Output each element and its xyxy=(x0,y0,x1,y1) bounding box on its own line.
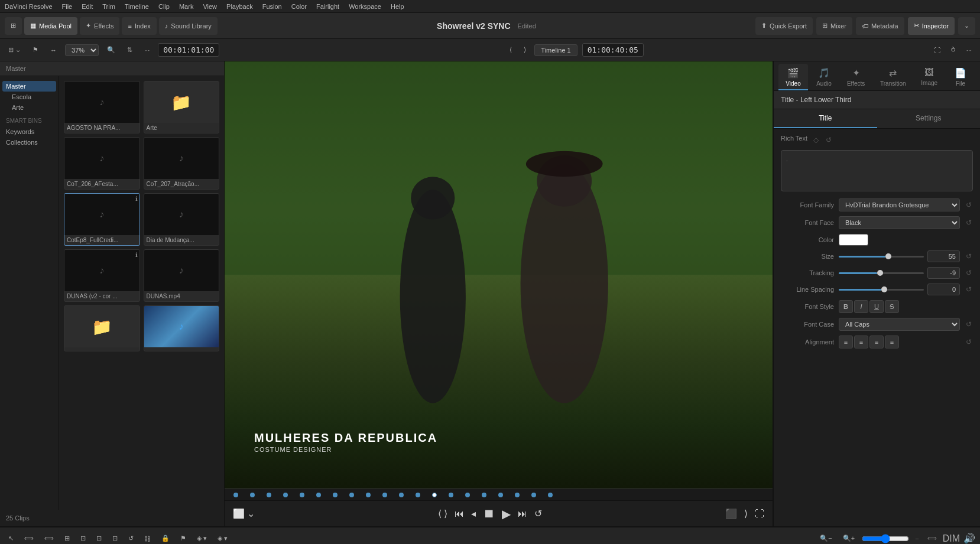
zoom-out-tl[interactable]: 🔍− xyxy=(816,533,835,544)
loop-btn[interactable]: ⥁ xyxy=(947,44,959,56)
inspector-tab-transition[interactable]: ⇄ Transition xyxy=(873,64,913,90)
workspace-btn[interactable]: ⊞ xyxy=(5,17,22,35)
size-slider-thumb[interactable] xyxy=(885,253,891,259)
quick-export-btn[interactable]: ⬆ Quick Export xyxy=(755,17,813,35)
menu-playback[interactable]: Playback xyxy=(226,3,253,10)
tracking-slider-thumb[interactable] xyxy=(877,270,883,276)
index-btn[interactable]: ≡ Index xyxy=(122,17,156,35)
media-clip-agosto[interactable]: ♪ AGOSTO NA PRA... xyxy=(64,81,140,133)
align-justify-btn[interactable]: ≡ xyxy=(885,335,899,348)
play-back-btn[interactable]: ◂ xyxy=(469,506,478,522)
underline-btn[interactable]: U xyxy=(869,300,884,313)
smart-bin-collections[interactable]: Collections xyxy=(2,137,56,148)
size-input[interactable]: 55 xyxy=(927,250,960,262)
stop-btn[interactable]: ⏹ xyxy=(481,504,497,523)
menu-timeline[interactable]: Timeline xyxy=(125,3,149,10)
next-frame-ctrl[interactable]: ⟩ xyxy=(742,506,750,522)
folder-arte[interactable]: Arte xyxy=(2,102,56,113)
dim-btn[interactable]: DIM xyxy=(943,533,960,544)
skip-back-btn[interactable]: ⏮ xyxy=(452,506,466,522)
media-folder-arte[interactable]: 📁 Arte xyxy=(144,81,220,133)
slip-tool[interactable]: ⊡ xyxy=(77,533,89,544)
tracking-input[interactable]: -9 xyxy=(927,267,960,279)
lock-btn[interactable]: 🔒 xyxy=(158,533,173,544)
line-spacing-slider-thumb[interactable] xyxy=(881,286,887,292)
menu-view[interactable]: View xyxy=(203,3,217,10)
media-clip-cotep8[interactable]: ♪ ℹ CotEp8_FullCredi... xyxy=(64,193,140,246)
ripple-btn[interactable]: ↔ xyxy=(47,45,60,56)
inspector-tab-file[interactable]: 📄 File xyxy=(946,64,975,90)
expand-btn[interactable]: ⌄ xyxy=(958,17,975,35)
zoom-select[interactable]: 37% xyxy=(65,44,99,56)
next-frame-btn[interactable]: ⟩ xyxy=(520,44,530,56)
media-clip-cot207[interactable]: ♪ CoT_207_Atração... xyxy=(144,137,220,190)
menu-edit[interactable]: Edit xyxy=(82,3,93,10)
media-clip-blue[interactable]: ♪ xyxy=(144,305,220,351)
dynamic-trim-tool[interactable]: ⟺ xyxy=(41,533,57,544)
timeline-zoom-slider[interactable] xyxy=(862,534,909,543)
inspector-tab-video[interactable]: 🎬 Video xyxy=(778,64,808,90)
zoom-in-tl[interactable]: 🔍+ xyxy=(839,533,858,544)
strikethrough-btn[interactable]: S xyxy=(885,300,899,313)
inspector-btn[interactable]: ✂ Inspector xyxy=(908,17,955,35)
line-spacing-reset[interactable]: ↺ xyxy=(965,284,973,295)
menu-davinci[interactable]: DaVinci Resolve xyxy=(5,3,53,10)
timeline-name[interactable]: Timeline 1 xyxy=(534,44,577,56)
align-left-btn[interactable]: ≡ xyxy=(839,335,853,348)
blade-tool[interactable]: ⊞ xyxy=(61,533,73,544)
font-face-reset[interactable]: ↺ xyxy=(965,217,973,228)
align-right-btn[interactable]: ≡ xyxy=(869,335,884,348)
menu-fairlight[interactable]: Fairlight xyxy=(316,3,339,10)
mixer-btn[interactable]: ⊞ Mixer xyxy=(816,17,852,35)
media-clip-dunas-mp4[interactable]: ♪ DUNAS.mp4 xyxy=(144,249,220,302)
richtext-reset-btn[interactable]: ↺ xyxy=(825,135,833,145)
menu-mark[interactable]: Mark xyxy=(179,3,193,10)
media-folder-empty[interactable]: 📁 xyxy=(64,305,140,351)
metadata-btn[interactable]: 🏷 Metadata xyxy=(856,17,904,35)
trim-tool[interactable]: ⟺ xyxy=(21,533,37,544)
preview-area[interactable]: MULHERES DA REPUBLICA COSTUME DESIGNER xyxy=(225,61,773,488)
tracking-slider[interactable] xyxy=(839,272,924,274)
sort-btn[interactable]: ⇅ xyxy=(124,44,136,56)
richtext-area[interactable]: . xyxy=(781,150,973,191)
align-center-btn[interactable]: ≡ xyxy=(854,335,868,348)
snap-btn[interactable]: ↺ xyxy=(125,533,137,544)
viewer-type-btn[interactable]: ⬜ ⌄ xyxy=(231,506,257,522)
play-btn[interactable]: ▶ xyxy=(499,504,513,523)
richtext-keyframe-btn[interactable]: ◇ xyxy=(812,135,820,145)
layout-btn[interactable]: ⊞ ⌄ xyxy=(5,44,24,56)
clip-marker-btn[interactable]: ◈ ▾ xyxy=(214,533,231,544)
italic-btn[interactable]: I xyxy=(854,300,868,313)
font-case-select[interactable]: All Caps xyxy=(839,318,960,331)
link-btn[interactable]: ⛓ xyxy=(141,533,154,544)
line-spacing-slider[interactable] xyxy=(839,289,924,291)
smart-bin-keywords[interactable]: Keywords xyxy=(2,126,56,137)
loop-btn-ctrl[interactable]: ↺ xyxy=(532,506,544,522)
effects-btn[interactable]: ✦ Effects xyxy=(80,17,119,35)
more-btn[interactable]: ··· xyxy=(141,45,153,56)
size-slider[interactable] xyxy=(839,256,924,258)
menu-color[interactable]: Color xyxy=(291,3,307,10)
inspector-tab-image[interactable]: 🖼 Image xyxy=(914,64,945,90)
select-tool[interactable]: ↖ xyxy=(5,533,17,544)
flag-btn[interactable]: ⚑ xyxy=(29,44,42,56)
media-clip-diamudanca[interactable]: ♪ Dia de Mudança... xyxy=(144,193,220,246)
font-case-reset[interactable]: ↺ xyxy=(965,319,973,330)
font-face-select[interactable]: Black xyxy=(839,216,960,229)
fullscreen-btn[interactable]: ⛶ xyxy=(930,45,944,56)
tracking-reset[interactable]: ↺ xyxy=(965,268,973,278)
alignment-reset[interactable]: ↺ xyxy=(965,337,973,347)
inspector-tab-effects[interactable]: ✦ Effects xyxy=(840,64,872,90)
folder-master[interactable]: Master xyxy=(2,81,56,92)
menu-workspace[interactable]: Workspace xyxy=(349,3,381,10)
inspector-tab-audio[interactable]: 🎵 Audio xyxy=(809,64,839,90)
menu-clip[interactable]: Clip xyxy=(158,3,170,10)
line-spacing-input[interactable]: 0 xyxy=(927,284,960,295)
inspector-subtab-settings[interactable]: Settings xyxy=(877,109,981,128)
media-clip-dunas-v2[interactable]: ♪ ℹ DUNAS (v2 - cor ... xyxy=(64,249,140,302)
prev-frame-btn[interactable]: ⟨ xyxy=(506,44,515,56)
bold-btn[interactable]: B xyxy=(839,300,853,313)
marker-btn[interactable]: ◈ ▾ xyxy=(193,533,210,544)
preview-scrubber[interactable] xyxy=(225,488,773,500)
font-family-reset[interactable]: ↺ xyxy=(965,200,973,210)
